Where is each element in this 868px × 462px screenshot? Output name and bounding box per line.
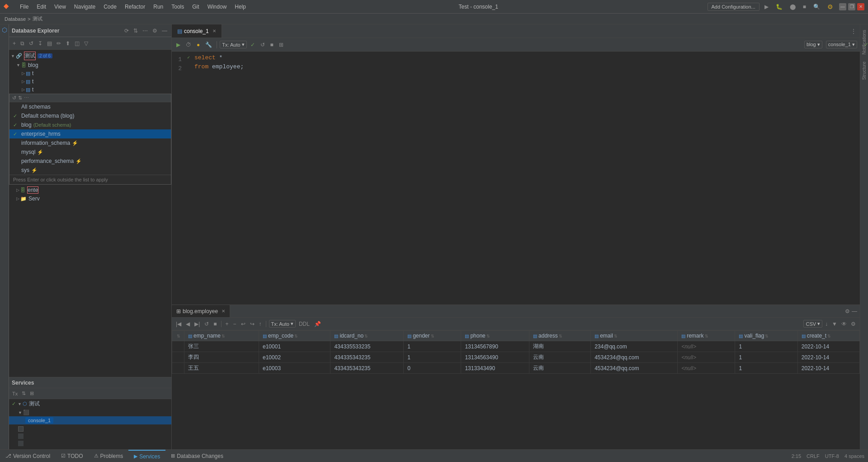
row2-vali_flag[interactable]: 1 [735, 352, 797, 363]
row3-emp_name[interactable]: 王五 [184, 363, 259, 374]
result-tx-dropdown[interactable]: Tx: Auto ▾ [269, 320, 296, 328]
row1-phone[interactable]: 13134567890 [461, 341, 529, 352]
tab-todo[interactable]: ☑ TODO [56, 450, 88, 462]
row1-address[interactable]: 湖南 [529, 341, 591, 352]
add-configuration-button[interactable]: Add Configuration... [708, 3, 760, 11]
notifications-tab[interactable]: Notifications [861, 26, 868, 58]
rollback-button[interactable]: ↺ [259, 41, 267, 49]
db-up-button[interactable]: ⬆ [64, 39, 72, 48]
blog-schema-dropdown[interactable]: blog ▾ [804, 41, 822, 48]
table-row[interactable]: 张三 e10001 434335533235 1 13134567890 湖南 … [172, 341, 860, 352]
tree-serv[interactable]: ▷ 📁 Serv [9, 195, 171, 203]
result-add-row[interactable]: + [224, 320, 230, 328]
db-edit-button[interactable]: ✏ [55, 39, 63, 48]
svc-check-item[interactable]: ✓ ▼ ⬡ 测试 [9, 399, 171, 409]
result-undo[interactable]: ↩ [240, 320, 247, 328]
editor-tab-close[interactable]: ✕ [212, 29, 216, 33]
row3-gender[interactable]: 0 [404, 363, 461, 374]
menu-refactor[interactable]: Refactor [121, 3, 149, 11]
menu-git[interactable]: Git [189, 3, 203, 11]
svc-tx-button[interactable]: Tx [11, 391, 19, 397]
result-nav-prev[interactable]: ◀ [184, 320, 191, 328]
row2-email[interactable]: 4534234@qq.com [591, 352, 678, 363]
menu-view[interactable]: View [51, 3, 70, 11]
result-nav-first[interactable]: |◀ [175, 320, 183, 328]
table-row[interactable]: 李四 e10002 434335343235 1 13134563490 云南 … [172, 352, 860, 363]
row2-gender[interactable]: 1 [404, 352, 461, 363]
result-stop[interactable]: ■ [212, 320, 218, 328]
result-up[interactable]: ↑ [258, 320, 263, 328]
db-add-button[interactable]: + [11, 39, 18, 48]
row3-vali_flag[interactable]: 1 [735, 363, 797, 374]
schema-all[interactable]: All schemas [9, 102, 171, 111]
db-close-icon[interactable]: — [160, 27, 169, 34]
row1-vali_flag[interactable]: 1 [735, 341, 797, 352]
row1-remark[interactable]: <null> [678, 341, 735, 352]
schema-refresh-icon[interactable]: ↺ [12, 95, 16, 101]
tree-tables3[interactable]: ▷ ▤ t [9, 86, 171, 94]
db-sync-icon[interactable]: ⟳ [123, 27, 130, 34]
row1-email[interactable]: 234@qq.com [591, 341, 678, 352]
run-history-button[interactable]: ⏱ [184, 41, 193, 49]
result-tab-blog-employee[interactable]: ⊞ blog.employee ✕ [172, 305, 230, 317]
db-search-filter-button[interactable]: ▽ [82, 39, 90, 48]
run-button[interactable]: ▶ [762, 3, 771, 11]
row3-emp_code[interactable]: e10003 [259, 363, 330, 374]
row1-emp_code[interactable]: e10001 [259, 341, 330, 352]
run-all-button[interactable]: ● [195, 41, 202, 49]
col-header-emp_code[interactable]: ▤emp_code⇅ [259, 331, 330, 341]
row2-phone[interactable]: 13134563490 [461, 352, 529, 363]
row2-address[interactable]: 云南 [529, 352, 591, 363]
row2-idcard_no[interactable]: 434335343235 [330, 352, 404, 363]
schema-collapse-icon[interactable]: ⇅ [18, 95, 22, 101]
svc-sort-button[interactable]: ⇅ [20, 390, 27, 397]
schema-enterprise[interactable]: ✓ enterprise_hrms [9, 129, 171, 138]
menu-help[interactable]: Help [231, 3, 250, 11]
tree-blog[interactable]: ▼ 🗄 blog [9, 61, 171, 69]
db-refresh-button[interactable]: ↺ [27, 39, 35, 48]
schema-info[interactable]: information_schema ⚡ [9, 138, 171, 148]
row1-gender[interactable]: 1 [404, 341, 461, 352]
coverage-button[interactable]: ⬤ [788, 3, 798, 11]
tab-version-control[interactable]: ⎇ Version Control [0, 450, 56, 462]
result-ddl-button[interactable]: DDL [297, 320, 311, 328]
debug-button[interactable]: 🐛 [774, 3, 785, 11]
row3-phone[interactable]: 1313343490 [461, 363, 529, 374]
row1-create_t[interactable]: 2022-10-14 [797, 341, 859, 352]
svc-add-button[interactable]: ⊞ [28, 390, 35, 397]
structure-tab[interactable]: Structure [861, 58, 868, 84]
row3-address[interactable]: 云南 [529, 363, 591, 374]
row2-remark[interactable]: <null> [678, 352, 735, 363]
menu-code[interactable]: Code [100, 3, 120, 11]
result-csv-dropdown[interactable]: CSV ▾ [803, 320, 822, 328]
editor-tab-actions[interactable]: ⋮ [851, 28, 860, 34]
table-row[interactable]: 王五 e10003 433435343235 0 1313343490 云南 4… [172, 363, 860, 374]
result-remove-row[interactable]: − [232, 320, 238, 328]
db-collapse-icon[interactable]: ⇅ [132, 27, 139, 34]
search-button[interactable]: 🔍 [811, 3, 822, 11]
row3-remark[interactable]: <null> [678, 363, 735, 374]
db-view1-button[interactable]: ▤ [45, 39, 54, 48]
db-console-button[interactable]: ◫ [73, 39, 81, 48]
console-session-dropdown[interactable]: console_1 ▾ [826, 41, 857, 48]
result-nav-last[interactable]: ▶| [193, 320, 201, 328]
row3-idcard_no[interactable]: 433435343235 [330, 363, 404, 374]
db-explorer-icon[interactable]: ⬡ [1, 26, 8, 33]
db-filter-button[interactable]: ↧ [36, 39, 44, 48]
row1-emp_name[interactable]: 张三 [184, 341, 259, 352]
row3-create_t[interactable]: 2022-10-14 [797, 363, 859, 374]
row1-idcard_no[interactable]: 434335533235 [330, 341, 404, 352]
col-header-idcard_no[interactable]: ▤idcard_no⇅ [330, 331, 404, 341]
col-header-sort[interactable]: ⇅ [172, 331, 184, 341]
tab-db-changes[interactable]: ⊞ Database Changes [165, 450, 229, 462]
tab-problems[interactable]: ⚠ Problems [89, 450, 129, 462]
code-content[interactable]: ✓ select * ✓ from employee; [185, 53, 860, 303]
db-settings-icon[interactable]: ⚙ [151, 27, 159, 34]
result-pin-button[interactable]: 📌 [313, 320, 322, 328]
col-header-gender[interactable]: ▤gender⇅ [404, 331, 461, 341]
col-header-phone[interactable]: ▤phone⇅ [461, 331, 529, 341]
row2-create_t[interactable]: 2022-10-14 [797, 352, 859, 363]
editor-tab-console1[interactable]: ▤ console_1 ✕ [172, 24, 222, 38]
col-header-email[interactable]: ▤email⇅ [591, 331, 678, 341]
stop-query-button[interactable]: ■ [269, 41, 275, 49]
